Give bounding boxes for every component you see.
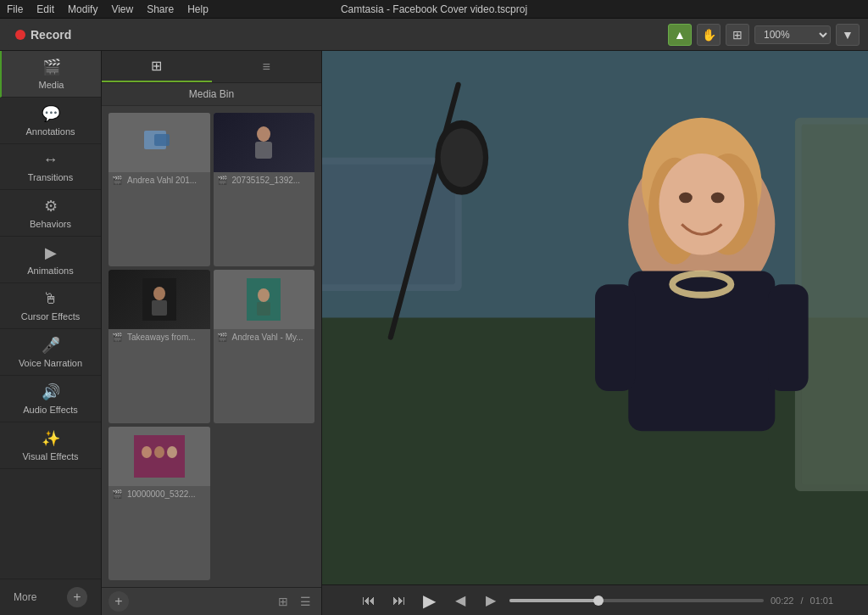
crop-tool-button[interactable]: ⊞ (726, 24, 749, 46)
media-panel: ⊞ ≡ Media Bin 🎬 Andrea Vahl 201... (102, 51, 322, 615)
svg-rect-17 (802, 124, 868, 484)
media-item-5[interactable]: 🎬 10000000_5322... (108, 427, 210, 580)
sidebar-item-animations-label: Animations (27, 266, 73, 276)
media-thumb-img-3 (108, 270, 210, 329)
sidebar-item-transitions[interactable]: ↔ Transitions (0, 144, 101, 190)
progress-fill (509, 599, 598, 602)
svg-point-13 (167, 446, 177, 458)
voice-narration-icon: 🎤 (42, 336, 60, 355)
progress-bar[interactable] (509, 599, 764, 602)
menu-edit[interactable]: Edit (36, 3, 54, 15)
grid-view-button[interactable]: ⊞ (274, 592, 292, 611)
sidebar-item-audio-effects-label: Audio Effects (23, 405, 78, 415)
app-title: Camtasia - Facebook Cover video.tscproj (341, 3, 527, 15)
cursor-effects-icon: 🖱 (43, 290, 58, 308)
animations-icon: ▶ (45, 243, 57, 262)
svg-rect-1 (154, 134, 170, 146)
menu-view[interactable]: View (111, 3, 133, 15)
sidebar-item-voice-narration-label: Voice Narration (19, 358, 82, 368)
sidebar-item-cursor-effects-label: Cursor Effects (21, 311, 81, 321)
media-thumb-img-1 (108, 113, 210, 172)
record-dot (15, 30, 25, 40)
media-item-4-label: Andrea Vahl - My... (229, 331, 307, 344)
svg-point-22 (441, 128, 483, 187)
current-time: 00:22 (771, 595, 794, 606)
media-item-3[interactable]: 🎬 Takeaways from... (108, 270, 210, 423)
add-media-plus-button[interactable]: + (108, 591, 129, 612)
svg-rect-33 (768, 284, 808, 391)
svg-point-5 (153, 287, 165, 300)
media-tab-grid[interactable]: ⊞ (102, 51, 212, 82)
next-frame-button[interactable]: ▶ (479, 589, 503, 612)
sidebar-item-annotations[interactable]: 💬 Annotations (0, 98, 101, 144)
sidebar-item-visual-effects[interactable]: ✨ Visual Effects (0, 422, 101, 469)
list-view-button[interactable]: ☰ (296, 592, 314, 611)
sidebar: 🎬 Media 💬 Annotations ↔ Transitions ⚙ Be… (0, 51, 102, 615)
more-label: More (14, 591, 36, 603)
sidebar-item-behaviors[interactable]: ⚙ Behaviors (0, 190, 101, 237)
video-content (322, 51, 868, 584)
media-thumb-img-2 (214, 113, 315, 172)
zoom-select[interactable]: 100% 50% 75% 150% 200% (754, 25, 831, 44)
svg-point-27 (659, 154, 744, 255)
media-item-2-label: 20735152_1392... (229, 174, 304, 187)
play-button[interactable]: ▶ (418, 589, 442, 612)
menu-file[interactable]: File (7, 3, 23, 15)
svg-point-29 (711, 193, 725, 204)
preview-area: ⏮ ⏭ ▶ ◀ ▶ 00:22 / 01:01 (322, 51, 868, 615)
svg-rect-9 (257, 302, 270, 316)
svg-point-8 (258, 288, 270, 302)
media-item-4[interactable]: 🎬 Andrea Vahl - My... (214, 270, 315, 423)
media-bin-title: Media Bin (102, 83, 321, 106)
media-bottom-bar: + ⊞ ☰ (102, 587, 321, 615)
pan-tool-button[interactable]: ✋ (697, 24, 721, 46)
video-preview[interactable] (322, 51, 868, 584)
menu-help[interactable]: Help (187, 3, 209, 15)
add-media-button[interactable]: + (67, 587, 87, 607)
behaviors-icon: ⚙ (44, 197, 58, 215)
prev-frame-button[interactable]: ◀ (448, 589, 472, 612)
main-area: 🎬 Media 💬 Annotations ↔ Transitions ⚙ Be… (0, 51, 868, 615)
media-thumb-img-4 (214, 270, 315, 329)
sidebar-item-audio-effects[interactable]: 🔊 Audio Effects (0, 376, 101, 422)
sidebar-item-animations[interactable]: ▶ Animations (0, 237, 101, 283)
media-tab-filter[interactable]: ≡ (212, 51, 322, 82)
annotations-icon: 💬 (42, 104, 60, 123)
record-label: Record (31, 28, 71, 42)
sidebar-item-cursor-effects[interactable]: 🖱 Cursor Effects (0, 283, 101, 329)
svg-point-11 (142, 446, 152, 458)
media-icon: 🎬 (42, 58, 61, 76)
zoom-dropdown-button[interactable]: ▼ (836, 24, 860, 46)
playback-controls: ⏮ ⏭ ▶ ◀ ▶ 00:22 / 01:01 (322, 584, 868, 615)
media-item-5-label: 10000000_5322... (124, 488, 199, 500)
sidebar-item-annotations-label: Annotations (25, 126, 75, 137)
menu-modify[interactable]: Modify (68, 3, 97, 15)
progress-handle[interactable] (593, 595, 604, 606)
sidebar-item-media[interactable]: 🎬 Media (0, 51, 101, 98)
sidebar-item-voice-narration[interactable]: 🎤 Voice Narration (0, 329, 101, 376)
select-tool-button[interactable]: ▲ (668, 24, 692, 46)
media-item-1[interactable]: 🎬 Andrea Vahl 201... (108, 113, 210, 266)
transitions-icon: ↔ (43, 151, 58, 169)
sidebar-item-media-label: Media (39, 80, 64, 90)
menu-share[interactable]: Share (147, 3, 174, 15)
sidebar-item-transitions-label: Transitions (28, 172, 73, 182)
media-item-1-label: Andrea Vahl 201... (124, 174, 200, 187)
svg-rect-32 (595, 284, 635, 391)
step-back-button[interactable]: ⏭ (387, 589, 411, 612)
visual-effects-icon: ✨ (42, 429, 60, 448)
sidebar-item-behaviors-label: Behaviors (30, 219, 71, 229)
svg-point-2 (257, 126, 270, 142)
toolbar: Record ▲ ✋ ⊞ 100% 50% 75% 150% 200% ▼ (0, 19, 868, 51)
total-time: 01:01 (810, 595, 834, 606)
record-button[interactable]: Record (8, 25, 78, 45)
audio-effects-icon: 🔊 (42, 383, 60, 401)
sidebar-item-visual-effects-label: Visual Effects (22, 451, 78, 461)
svg-point-12 (154, 446, 164, 458)
media-grid: 🎬 Andrea Vahl 201... 🎬 20735152_1392... (102, 106, 321, 587)
svg-point-28 (679, 193, 693, 204)
sidebar-more-button[interactable]: More (7, 584, 43, 610)
menu-bar: File Edit Modify View Share Help Camtasi… (0, 0, 868, 19)
rewind-button[interactable]: ⏮ (357, 589, 381, 612)
media-item-2[interactable]: 🎬 20735152_1392... (214, 113, 315, 266)
